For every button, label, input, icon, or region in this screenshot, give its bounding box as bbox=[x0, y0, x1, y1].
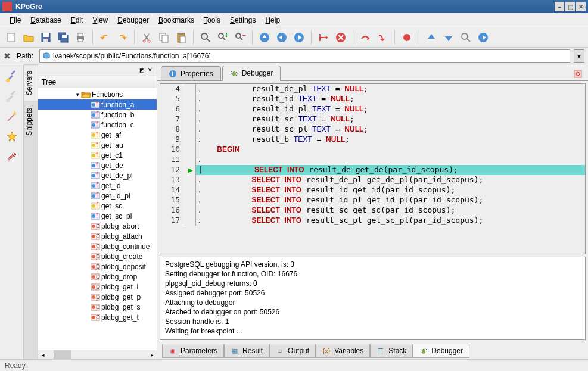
close-button[interactable]: ✕ bbox=[576, 2, 586, 11]
btab-variables[interactable]: {x} Variables bbox=[316, 344, 370, 358]
tree-item[interactable]: ffunction_c bbox=[38, 120, 157, 130]
code-line[interactable]: 16. SELECT INTO result_sc get_sc(par_id_… bbox=[160, 205, 585, 216]
path-clear-icon[interactable]: ✖ bbox=[4, 51, 11, 61]
tab-debugger[interactable]: Debugger bbox=[222, 66, 281, 81]
btab-debugger[interactable]: Debugger bbox=[413, 344, 469, 358]
paste-button[interactable] bbox=[173, 30, 189, 45]
expand-button[interactable] bbox=[424, 30, 439, 45]
gutter-marker[interactable] bbox=[185, 185, 196, 195]
gutter-marker[interactable] bbox=[185, 114, 196, 124]
disconnect-icon[interactable] bbox=[2, 87, 21, 106]
tree-item[interactable]: fget_id_pl bbox=[38, 191, 157, 201]
code-line[interactable]: 17. SELECT INTO result_sc_pl get_sc_pl(p… bbox=[160, 216, 585, 226]
find-next-button[interactable]: + bbox=[215, 30, 231, 45]
gutter-marker[interactable] bbox=[185, 124, 196, 135]
menu-file[interactable]: File bbox=[5, 15, 26, 26]
menu-settings[interactable]: Settings bbox=[225, 15, 260, 26]
code-line[interactable]: 15. SELECT INTO result_id_pl get_id_pl(p… bbox=[160, 195, 585, 205]
menu-help[interactable]: Help bbox=[260, 15, 285, 26]
code-line[interactable]: 5. result_id TEXT = NULL; bbox=[160, 94, 585, 104]
find-prev-button[interactable]: − bbox=[232, 30, 248, 45]
copy-button[interactable] bbox=[156, 30, 172, 45]
open-button[interactable] bbox=[21, 30, 36, 45]
tree-item[interactable]: fget_id bbox=[38, 180, 157, 191]
btab-stack[interactable]: ☰ Stack bbox=[370, 344, 413, 358]
tree-item[interactable]: fget_de_pl bbox=[38, 170, 157, 180]
tree-folder-functions[interactable]: ▾Functions bbox=[38, 89, 157, 99]
vtab-snippets[interactable]: Snippets bbox=[24, 101, 38, 142]
menu-view[interactable]: View bbox=[88, 15, 113, 26]
menu-edit[interactable]: Edit bbox=[66, 15, 88, 26]
go-button[interactable] bbox=[475, 30, 491, 45]
menu-debugger[interactable]: Debugger bbox=[113, 15, 154, 26]
tree-item[interactable]: ppldbg_get_p bbox=[38, 292, 157, 302]
gutter-marker[interactable] bbox=[185, 104, 196, 114]
connect-icon[interactable] bbox=[2, 67, 21, 86]
gutter-marker[interactable] bbox=[185, 94, 196, 104]
tree-item[interactable]: ppldbg_drop bbox=[38, 272, 157, 282]
tree-item[interactable]: ffunction_b bbox=[38, 110, 157, 120]
collapse-button[interactable] bbox=[441, 30, 456, 45]
gutter-marker[interactable] bbox=[185, 195, 196, 205]
menu-database[interactable]: Database bbox=[26, 15, 66, 26]
gutter-marker[interactable] bbox=[185, 145, 196, 155]
wrench-icon[interactable] bbox=[2, 148, 21, 167]
nav-back-button[interactable] bbox=[274, 30, 290, 45]
gutter-marker[interactable] bbox=[185, 135, 196, 145]
nav-forward-button[interactable] bbox=[291, 30, 307, 45]
code-line[interactable]: 9. result_b TEXT = NULL; bbox=[160, 135, 585, 145]
tree-item[interactable]: ppldbg_get_t bbox=[38, 312, 157, 322]
tree-item[interactable]: ppldbg_get_l bbox=[38, 282, 157, 292]
code-line[interactable]: 12| SELECT INTO result_de get_de(par_id_… bbox=[160, 165, 585, 175]
tree-hscrollbar[interactable]: ◂ ▸ bbox=[38, 350, 157, 359]
redo-button[interactable] bbox=[114, 30, 130, 45]
output-console[interactable]: PostgreSQL gebugging API version, is: 3S… bbox=[160, 257, 586, 340]
breakpoint-button[interactable] bbox=[399, 30, 415, 45]
vtab-servers[interactable]: Servers bbox=[24, 64, 38, 101]
search-db-button[interactable] bbox=[458, 30, 474, 45]
tree-item[interactable]: fget_af bbox=[38, 130, 157, 140]
path-input[interactable]: lvanek/scopus/public/Functions/function_… bbox=[39, 49, 570, 63]
new-button[interactable] bbox=[4, 30, 19, 45]
code-editor[interactable]: 4. result_de_pl TEXT = NULL;5. result_id… bbox=[160, 83, 586, 254]
code-line[interactable]: 13. SELECT INTO result_de_pl get_de_pl(p… bbox=[160, 175, 585, 185]
gutter-marker[interactable] bbox=[185, 205, 196, 216]
maximize-button[interactable]: ▢ bbox=[565, 2, 575, 11]
print-button[interactable] bbox=[73, 30, 88, 45]
tree-item[interactable]: ppldbg_abort bbox=[38, 221, 157, 231]
code-line[interactable]: 4. result_de_pl TEXT = NULL; bbox=[160, 84, 585, 94]
gutter-marker[interactable] bbox=[185, 216, 196, 226]
tree-item[interactable]: fget_au bbox=[38, 140, 157, 150]
minimize-button[interactable]: – bbox=[555, 2, 564, 11]
btab-parameters[interactable]: ◉ Parameters bbox=[162, 344, 224, 358]
code-line[interactable]: 10 BEGIN bbox=[160, 145, 585, 155]
btab-result[interactable]: ▦ Result bbox=[224, 344, 269, 358]
menu-bookmarks[interactable]: Bookmarks bbox=[154, 15, 199, 26]
save-all-button[interactable] bbox=[55, 30, 71, 45]
tree-item[interactable]: fget_sc bbox=[38, 201, 157, 211]
sidebar-detach-icon[interactable]: ◩ bbox=[138, 66, 146, 74]
tree-item[interactable]: ppldbg_create bbox=[38, 251, 157, 261]
gutter-marker[interactable] bbox=[185, 175, 196, 185]
run-to-cursor-button[interactable] bbox=[316, 30, 331, 45]
tree-item[interactable]: fget_sc_pl bbox=[38, 211, 157, 221]
tree-column-header[interactable]: Tree bbox=[38, 76, 157, 88]
bookmark-icon[interactable] bbox=[2, 127, 21, 146]
menu-tools[interactable]: Tools bbox=[199, 15, 225, 26]
wand-icon[interactable] bbox=[2, 107, 21, 126]
tree-item[interactable]: ppldbg_continue bbox=[38, 241, 157, 251]
tree-item[interactable]: fget_de bbox=[38, 160, 157, 170]
nav-up-button[interactable] bbox=[257, 30, 272, 45]
code-line[interactable]: 11. bbox=[160, 155, 585, 165]
tree-item[interactable]: ppldbg_deposit bbox=[38, 261, 157, 272]
gutter-marker[interactable] bbox=[185, 165, 196, 175]
btab-output[interactable]: ≡ Output bbox=[269, 344, 316, 358]
tree-item[interactable]: ppldbg_get_s bbox=[38, 302, 157, 312]
code-line[interactable]: 6. result_id_pl TEXT = NULL; bbox=[160, 104, 585, 114]
save-button[interactable] bbox=[38, 30, 54, 45]
code-line[interactable]: 7. result_sc TEXT = NULL; bbox=[160, 114, 585, 124]
code-line[interactable]: 8. result_sc_pl TEXT = NULL; bbox=[160, 124, 585, 135]
step-over-button[interactable] bbox=[357, 30, 373, 45]
gutter-marker[interactable] bbox=[185, 155, 196, 165]
gutter-marker[interactable] bbox=[185, 84, 196, 94]
